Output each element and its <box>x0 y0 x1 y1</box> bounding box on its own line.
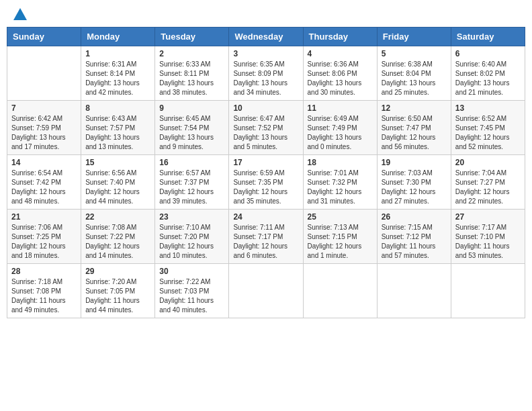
day-number: 2 <box>159 49 224 58</box>
calendar-header-row: SundayMondayTuesdayWednesdayThursdayFrid… <box>7 28 525 46</box>
day-number: 16 <box>159 158 224 167</box>
day-info: Sunrise: 6:40 AM Sunset: 8:02 PM Dayligh… <box>455 60 521 97</box>
day-number: 7 <box>11 103 77 113</box>
day-number: 9 <box>159 103 224 113</box>
calendar-cell: 29Sunrise: 7:20 AM Sunset: 7:05 PM Dayli… <box>81 264 155 318</box>
day-info: Sunrise: 6:35 AM Sunset: 8:09 PM Dayligh… <box>233 60 298 97</box>
calendar-week-1: 1Sunrise: 6:31 AM Sunset: 8:14 PM Daylig… <box>7 46 525 101</box>
column-header-friday: Friday <box>377 28 451 46</box>
day-number: 3 <box>233 49 298 58</box>
day-info: Sunrise: 6:36 AM Sunset: 8:06 PM Dayligh… <box>308 60 373 97</box>
calendar-cell <box>451 264 525 318</box>
day-info: Sunrise: 7:10 AM Sunset: 7:20 PM Dayligh… <box>159 223 224 261</box>
calendar-cell: 8Sunrise: 6:43 AM Sunset: 7:57 PM Daylig… <box>81 101 155 155</box>
calendar-cell: 17Sunrise: 6:59 AM Sunset: 7:35 PM Dayli… <box>229 155 303 210</box>
day-number: 10 <box>233 103 298 113</box>
day-info: Sunrise: 6:57 AM Sunset: 7:37 PM Dayligh… <box>159 169 224 206</box>
calendar-cell <box>303 264 377 318</box>
day-info: Sunrise: 7:08 AM Sunset: 7:22 PM Dayligh… <box>85 223 150 261</box>
calendar-cell: 5Sunrise: 6:38 AM Sunset: 8:04 PM Daylig… <box>377 46 451 101</box>
calendar-cell: 6Sunrise: 6:40 AM Sunset: 8:02 PM Daylig… <box>451 46 525 101</box>
calendar-week-5: 28Sunrise: 7:18 AM Sunset: 7:08 PM Dayli… <box>7 264 525 318</box>
day-info: Sunrise: 7:13 AM Sunset: 7:15 PM Dayligh… <box>308 223 373 261</box>
day-info: Sunrise: 6:47 AM Sunset: 7:52 PM Dayligh… <box>233 114 298 152</box>
calendar-table: SundayMondayTuesdayWednesdayThursdayFrid… <box>7 27 525 318</box>
calendar-cell: 26Sunrise: 7:15 AM Sunset: 7:12 PM Dayli… <box>377 210 451 264</box>
day-number: 11 <box>308 103 373 113</box>
day-number: 13 <box>455 103 521 113</box>
calendar-cell: 24Sunrise: 7:11 AM Sunset: 7:17 PM Dayli… <box>229 210 303 264</box>
day-number: 18 <box>308 158 373 167</box>
calendar-cell: 28Sunrise: 7:18 AM Sunset: 7:08 PM Dayli… <box>7 264 81 318</box>
column-header-saturday: Saturday <box>451 28 525 46</box>
day-info: Sunrise: 7:11 AM Sunset: 7:17 PM Dayligh… <box>233 223 298 261</box>
day-number: 8 <box>85 103 150 113</box>
column-header-thursday: Thursday <box>303 28 377 46</box>
calendar-cell: 19Sunrise: 7:03 AM Sunset: 7:30 PM Dayli… <box>377 155 451 210</box>
column-header-monday: Monday <box>81 28 155 46</box>
day-info: Sunrise: 7:01 AM Sunset: 7:32 PM Dayligh… <box>308 169 373 206</box>
day-number: 4 <box>308 49 373 58</box>
calendar-cell: 1Sunrise: 6:31 AM Sunset: 8:14 PM Daylig… <box>81 46 155 101</box>
day-number: 14 <box>11 158 77 167</box>
day-info: Sunrise: 7:17 AM Sunset: 7:10 PM Dayligh… <box>455 223 521 261</box>
day-info: Sunrise: 7:04 AM Sunset: 7:27 PM Dayligh… <box>455 169 521 206</box>
day-info: Sunrise: 7:18 AM Sunset: 7:08 PM Dayligh… <box>11 277 77 315</box>
calendar-cell: 10Sunrise: 6:47 AM Sunset: 7:52 PM Dayli… <box>229 101 303 155</box>
calendar-week-3: 14Sunrise: 6:54 AM Sunset: 7:42 PM Dayli… <box>7 155 525 210</box>
calendar-cell: 30Sunrise: 7:22 AM Sunset: 7:03 PM Dayli… <box>155 264 229 318</box>
day-info: Sunrise: 6:59 AM Sunset: 7:35 PM Dayligh… <box>233 169 298 206</box>
day-number: 23 <box>159 212 224 222</box>
calendar-cell: 12Sunrise: 6:50 AM Sunset: 7:47 PM Dayli… <box>377 101 451 155</box>
calendar-body: 1Sunrise: 6:31 AM Sunset: 8:14 PM Daylig… <box>7 46 525 318</box>
day-number: 26 <box>382 212 447 222</box>
calendar-cell: 14Sunrise: 6:54 AM Sunset: 7:42 PM Dayli… <box>7 155 81 210</box>
day-info: Sunrise: 7:22 AM Sunset: 7:03 PM Dayligh… <box>159 277 224 315</box>
day-number: 21 <box>11 212 77 222</box>
day-number: 6 <box>455 49 521 58</box>
day-number: 5 <box>382 49 447 58</box>
calendar-cell: 18Sunrise: 7:01 AM Sunset: 7:32 PM Dayli… <box>303 155 377 210</box>
calendar-cell: 11Sunrise: 6:49 AM Sunset: 7:49 PM Dayli… <box>303 101 377 155</box>
day-number: 22 <box>85 212 150 222</box>
day-info: Sunrise: 6:56 AM Sunset: 7:40 PM Dayligh… <box>85 169 150 206</box>
logo <box>12 9 27 20</box>
calendar-cell: 27Sunrise: 7:17 AM Sunset: 7:10 PM Dayli… <box>451 210 525 264</box>
day-info: Sunrise: 6:49 AM Sunset: 7:49 PM Dayligh… <box>308 114 373 152</box>
calendar-cell <box>7 46 81 101</box>
day-number: 28 <box>11 267 77 276</box>
calendar-cell: 22Sunrise: 7:08 AM Sunset: 7:22 PM Dayli… <box>81 210 155 264</box>
column-header-tuesday: Tuesday <box>155 28 229 46</box>
calendar-cell: 9Sunrise: 6:45 AM Sunset: 7:54 PM Daylig… <box>155 101 229 155</box>
day-number: 1 <box>85 49 150 58</box>
day-info: Sunrise: 6:43 AM Sunset: 7:57 PM Dayligh… <box>85 114 150 152</box>
calendar-cell: 20Sunrise: 7:04 AM Sunset: 7:27 PM Dayli… <box>451 155 525 210</box>
day-number: 25 <box>308 212 373 222</box>
column-header-sunday: Sunday <box>7 28 81 46</box>
calendar-cell: 15Sunrise: 6:56 AM Sunset: 7:40 PM Dayli… <box>81 155 155 210</box>
calendar-cell: 16Sunrise: 6:57 AM Sunset: 7:37 PM Dayli… <box>155 155 229 210</box>
calendar-cell: 2Sunrise: 6:33 AM Sunset: 8:11 PM Daylig… <box>155 46 229 101</box>
day-number: 27 <box>455 212 521 222</box>
day-info: Sunrise: 6:45 AM Sunset: 7:54 PM Dayligh… <box>159 114 224 152</box>
day-number: 12 <box>382 103 447 113</box>
day-info: Sunrise: 6:42 AM Sunset: 7:59 PM Dayligh… <box>11 114 77 152</box>
calendar-cell <box>377 264 451 318</box>
day-info: Sunrise: 7:03 AM Sunset: 7:30 PM Dayligh… <box>382 169 447 206</box>
day-info: Sunrise: 6:50 AM Sunset: 7:47 PM Dayligh… <box>382 114 447 152</box>
day-number: 30 <box>159 267 224 276</box>
calendar-cell: 25Sunrise: 7:13 AM Sunset: 7:15 PM Dayli… <box>303 210 377 264</box>
day-number: 17 <box>233 158 298 167</box>
day-info: Sunrise: 6:52 AM Sunset: 7:45 PM Dayligh… <box>455 114 521 152</box>
calendar-cell: 23Sunrise: 7:10 AM Sunset: 7:20 PM Dayli… <box>155 210 229 264</box>
day-number: 20 <box>455 158 521 167</box>
logo-triangle-icon <box>13 8 27 20</box>
day-number: 19 <box>382 158 447 167</box>
calendar-cell: 13Sunrise: 6:52 AM Sunset: 7:45 PM Dayli… <box>451 101 525 155</box>
day-info: Sunrise: 6:31 AM Sunset: 8:14 PM Dayligh… <box>85 60 150 97</box>
day-info: Sunrise: 7:15 AM Sunset: 7:12 PM Dayligh… <box>382 223 447 261</box>
calendar-cell <box>229 264 303 318</box>
day-info: Sunrise: 7:06 AM Sunset: 7:25 PM Dayligh… <box>11 223 77 261</box>
day-number: 29 <box>85 267 150 276</box>
column-header-wednesday: Wednesday <box>229 28 303 46</box>
